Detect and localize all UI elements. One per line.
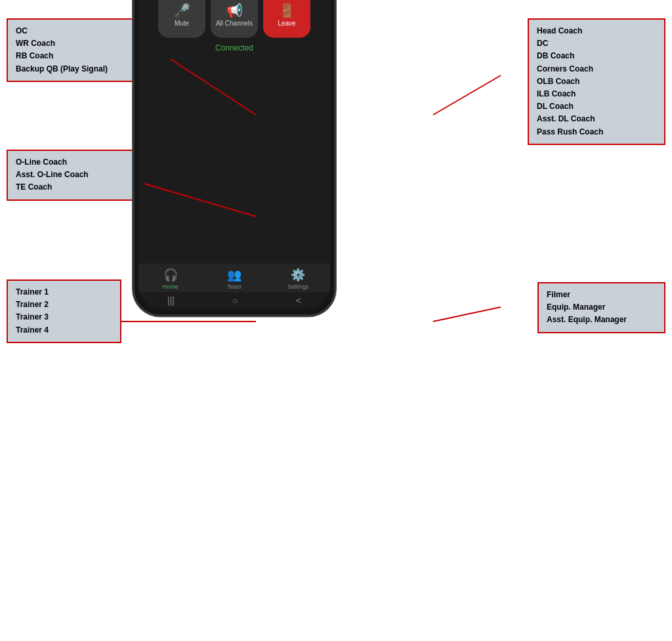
page-background: OC WR Coach RB Coach Backup QB (Play Sig… [0,0,672,641]
annotation-mid-left-line1: O-Line Coach [16,156,135,169]
mute-label: Mute [175,19,189,26]
main-content: 4 Offense 9 Defense 3 Offense 2nd channe… [138,0,330,264]
recent-gesture[interactable]: < [296,295,301,306]
bottom-nav: 🎧 Home 👥 Team ⚙️ Settings [138,264,330,293]
annotation-bottom-right-line1: Filmer [547,289,656,301]
annotation-mid-left: O-Line Coach Asst. O-Line Coach TE Coach [7,150,144,201]
team-nav-icon: 👥 [227,268,242,282]
leave-label: Leave [278,19,295,26]
annotation-bottom-right-line2: Equip. Manager [547,301,656,314]
settings-nav-icon: ⚙️ [291,268,305,282]
leave-icon: 🚪 [279,3,295,16]
svg-line-4 [433,307,501,321]
annotation-mid-left-line3: TE Coach [16,181,135,194]
action-row: 🎤 Mute 📢 All Channels 🚪 Leave [145,0,324,38]
annotation-top-right-line2: DC [537,37,656,50]
annotation-top-right-line6: ILB Coach [537,88,656,100]
annotation-top-right-line5: OLB Coach [537,75,656,88]
settings-nav-label: Settings [287,283,309,290]
nav-home[interactable]: 🎧 Home [154,268,187,290]
annotation-mid-left-line2: Asst. O-Line Coach [16,169,135,181]
connected-status: Connected [145,42,324,54]
gesture-bar: ||| ○ < [138,293,330,308]
annotation-bottom-left-line2: Trainer 2 [16,299,112,311]
home-gesture[interactable]: ○ [232,295,238,306]
phone-wrapper: 11:40 📶 67% The Panthers ☰ [133,0,336,317]
nav-settings[interactable]: ⚙️ Settings [282,268,314,290]
all-channels-icon: 📢 [226,3,243,16]
annotation-top-right-line3: DB Coach [537,50,656,62]
phone-screen: 11:40 📶 67% The Panthers ☰ [138,0,330,308]
annotation-bottom-left-line4: Trainer 4 [16,324,112,337]
annotation-top-right-line4: Corners Coach [537,63,656,75]
mute-button[interactable]: 🎤 Mute [158,0,205,38]
annotation-bottom-left: Trainer 1 Trainer 2 Trainer 3 Trainer 4 [7,279,121,343]
mute-icon: 🎤 [174,3,190,16]
annotation-top-right-line7: DL Coach [537,100,656,113]
back-gesture[interactable]: ||| [167,295,175,306]
all-channels-button[interactable]: 📢 All Channels [211,0,258,38]
home-nav-icon: 🎧 [163,268,178,282]
annotation-bottom-left-line3: Trainer 3 [16,311,112,323]
annotation-top-right-line9: Pass Rush Coach [537,126,656,138]
annotation-top-right-line1: Head Coach [537,25,656,37]
team-nav-label: Team [227,283,242,290]
home-nav-label: Home [163,283,178,290]
svg-line-3 [433,75,501,115]
annotation-bottom-right: Filmer Equip. Manager Asst. Equip. Manag… [537,282,665,333]
annotation-top-right: Head Coach DC DB Coach Corners Coach OLB… [528,18,665,145]
phone-shell: 11:40 📶 67% The Panthers ☰ [133,0,336,317]
annotation-bottom-left-line1: Trainer 1 [16,286,112,299]
annotation-top-right-line8: Asst. DL Coach [537,113,656,125]
leave-button[interactable]: 🚪 Leave [263,0,310,38]
nav-team[interactable]: 👥 Team [218,268,251,290]
all-channels-label: All Channels [216,19,253,26]
annotation-bottom-right-line3: Asst. Equip. Manager [547,314,656,326]
